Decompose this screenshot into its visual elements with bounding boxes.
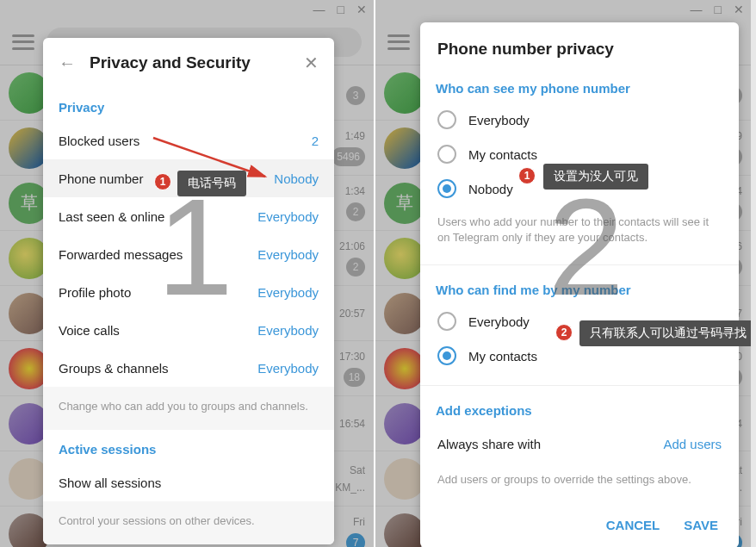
setting-label: Blocked users (59, 134, 139, 148)
add-users-link[interactable]: Add users (663, 437, 722, 451)
info-text-exceptions: Add users or groups to override the sett… (420, 463, 739, 501)
annotation-marker-2: 1 (518, 167, 536, 184)
setting-value: Everybody (257, 285, 319, 300)
setting-label: Groups & channels (59, 361, 169, 376)
annotation-tooltip-2: 设置为没人可见 (543, 164, 648, 190)
annotation-marker-1: 1 (154, 173, 171, 190)
divider (420, 264, 739, 265)
privacy-section-label: Privacy (43, 88, 334, 121)
setting-label: Last seen & online (59, 209, 164, 224)
setting-value: Everybody (257, 247, 319, 262)
setting-label: Show all sessions (59, 476, 161, 490)
setting-show-all-sessions[interactable]: Show all sessions (43, 463, 334, 501)
radio-icon (437, 110, 456, 129)
back-arrow-icon[interactable]: ← (59, 53, 76, 73)
always-share-row[interactable]: Always share with Add users (420, 425, 739, 463)
add-exceptions-label: Add exceptions (420, 391, 739, 425)
question-who-can-find: Who can find me by my number (420, 270, 739, 304)
setting-label: Voice calls (59, 323, 120, 338)
always-share-label: Always share with (437, 437, 541, 451)
annotation-tooltip-1: 电话号码 (177, 171, 246, 196)
cancel-button[interactable]: CANCEL (606, 518, 660, 532)
radio-icon (437, 346, 456, 365)
setting-value: Everybody (257, 361, 319, 376)
app-window-left: — □ ✕ 3 1:495496 草1:342 21:062 20:57 17:… (0, 0, 375, 547)
setting-label: Forwarded messages (59, 247, 183, 262)
setting-label: Profile photo (59, 285, 131, 300)
modal-header: ← Privacy and Security ✕ (43, 38, 334, 88)
modal-title: Phone number privacy (420, 22, 739, 69)
privacy-security-modal: ← Privacy and Security ✕ Privacy Blocked… (43, 38, 334, 544)
setting-value: 2 (312, 134, 319, 148)
setting-profile-photo[interactable]: Profile photo Everybody (43, 273, 334, 311)
annotation-marker-3: 2 (555, 324, 573, 341)
save-button[interactable]: SAVE (684, 518, 718, 532)
helper-text-groups: Change who can add you to groups and cha… (43, 387, 334, 430)
setting-label: Phone number (59, 171, 143, 186)
annotation-tooltip-3: 只有联系人可以通过号码寻找 (579, 320, 751, 346)
helper-text-sessions: Control your sessions on other devices. (43, 501, 334, 544)
radio-icon (437, 145, 456, 164)
radio-icon (437, 179, 456, 198)
phone-number-privacy-modal: Phone number privacy Who can see my phon… (420, 22, 739, 547)
info-text-see: Users who add your number to their conta… (420, 206, 739, 259)
close-icon[interactable]: ✕ (304, 53, 319, 73)
setting-value: Everybody (257, 209, 319, 224)
question-who-can-see: Who can see my phone number (420, 69, 739, 103)
setting-voice-calls[interactable]: Voice calls Everybody (43, 311, 334, 349)
active-sessions-label: Active sessions (43, 430, 334, 463)
radio-icon (437, 312, 456, 331)
radio-everybody-see[interactable]: Everybody (420, 103, 739, 137)
setting-last-seen[interactable]: Last seen & online Everybody (43, 197, 334, 235)
app-window-right: — □ ✕ 3 1:495496 草1:342 21:062 20:57 17:… (375, 0, 751, 547)
setting-forwarded-messages[interactable]: Forwarded messages Everybody (43, 235, 334, 273)
divider (420, 385, 739, 386)
setting-value: Everybody (257, 323, 319, 338)
modal-title: Privacy and Security (90, 53, 290, 72)
setting-groups-channels[interactable]: Groups & channels Everybody (43, 349, 334, 387)
modal-actions: CANCEL SAVE (420, 502, 739, 547)
